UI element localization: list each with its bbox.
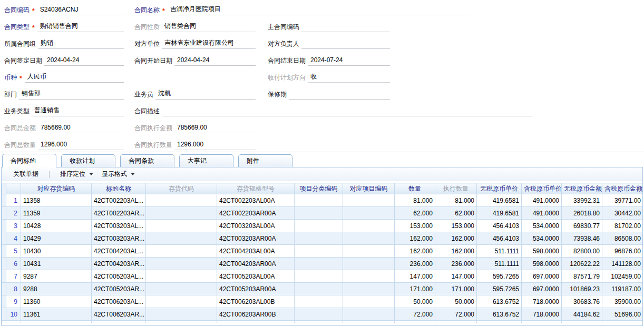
cell-inventory-code[interactable] [146,295,217,308]
cell-project-code[interactable] [343,232,395,245]
cell-inventory-code[interactable] [146,220,217,232]
cell-executed-quantity[interactable]: 162.000 [435,232,477,245]
cell-taxed-amount[interactable]: 81702.00 [602,220,643,232]
cell-project-code[interactable] [343,270,395,283]
cell-untaxed-amount[interactable]: 26018.80 [562,207,602,220]
sort-locate-button[interactable]: 排序定位 [56,169,97,180]
cell-untaxed-amount[interactable]: 73938.46 [562,232,602,245]
tab-contract-items[interactable]: 合同标的 [2,154,56,167]
cell-inventory-spec-model[interactable]: 42CT005203AL00A [217,270,295,283]
cell-item-name[interactable]: 42CT005203AL... [92,270,146,283]
business-type-input[interactable]: 普通销售 [32,106,124,116]
col-header-untaxed-amount[interactable]: 无税原币金额 [562,183,602,194]
cell-item-name[interactable]: 42CT002203AL... [92,194,146,207]
cell-project-class-code[interactable] [295,295,343,308]
cell-executed-quantity[interactable]: 62.000 [435,207,477,220]
cell-inventory-code[interactable] [146,270,217,283]
cell-untaxed-amount[interactable]: 69830.77 [562,220,602,232]
cell-quantity[interactable]: 81.000 [395,194,435,207]
cell-taxed-amount[interactable]: 86508.00 [602,232,643,245]
col-header-item-name[interactable]: 标的名称 [92,183,146,194]
signing-date-input[interactable]: 2024-04-24 [44,56,124,66]
cell-taxed-unit-price[interactable]: 598.0000 [522,258,562,270]
cell-quantity[interactable]: 236.000 [395,258,435,270]
cell-untaxed-unit-price[interactable]: 419.6581 [477,194,522,207]
cell-quantity[interactable]: 72.000 [395,308,435,321]
col-header-quantity[interactable]: 数量 [395,183,435,194]
cell-untaxed-unit-price[interactable]: 595.7265 [477,283,522,295]
cell-project-code[interactable] [343,207,395,220]
cell-taxed-amount[interactable]: 35900.00 [602,295,643,308]
tab-contract-terms[interactable]: 合同条款 [120,154,174,167]
cell-untaxed-unit-price[interactable]: 456.4103 [477,232,522,245]
cell-taxed-amount[interactable]: 39771.00 [602,194,643,207]
cell-taxed-unit-price[interactable]: 491.0000 [522,207,562,220]
cell-project-code[interactable] [343,308,395,321]
cell-project-class-code[interactable] [295,220,343,232]
cell-untaxed-unit-price[interactable]: 511.1111 [477,258,522,270]
cell-executed-quantity[interactable]: 147.000 [435,270,477,283]
row-number[interactable]: 4 [6,232,21,245]
cell-inventory-code[interactable] [146,283,217,295]
cell-project-code[interactable] [343,283,395,295]
cell-corresponding-inventory-code[interactable]: 9288 [21,283,92,295]
end-date-input[interactable]: 2024-07-24 [308,56,390,66]
cell-executed-quantity[interactable]: 81.000 [435,194,477,207]
cell-taxed-unit-price[interactable]: 491.0000 [522,194,562,207]
cell-untaxed-amount[interactable]: 101869.23 [562,283,602,295]
cell-project-code[interactable] [343,245,395,258]
col-header-corresponding-inventory-code[interactable]: 对应存货编码 [21,183,92,194]
cell-executed-quantity[interactable]: 236.000 [435,258,477,270]
cell-item-name[interactable]: 42CT006203AL... [92,295,146,308]
cell-inventory-code[interactable] [146,232,217,245]
counterpart-contact-input[interactable] [301,39,390,49]
row-number[interactable]: 6 [6,258,21,270]
cell-corresponding-inventory-code[interactable]: 10428 [21,220,92,232]
cell-executed-quantity[interactable]: 162.000 [435,245,477,258]
col-header-executed-quantity[interactable]: 执行数量 [435,183,477,194]
contract-description-input[interactable] [162,107,532,116]
contract-group-input[interactable]: 购销 [38,38,124,49]
cell-corresponding-inventory-code[interactable]: 11360 [21,295,92,308]
cell-item-name[interactable]: 42CT006203AR... [92,308,146,321]
cell-taxed-amount[interactable]: 51696.00 [602,308,643,321]
cell-project-code[interactable] [343,220,395,232]
cell-taxed-amount[interactable]: 141128.00 [602,258,643,270]
cell-untaxed-amount[interactable]: 87571.79 [562,270,602,283]
cell-executed-quantity[interactable]: 72.000 [435,308,477,321]
cell-quantity[interactable]: 171.000 [395,283,435,295]
cell-item-name[interactable]: 42CT003203AL... [92,220,146,232]
cell-corresponding-inventory-code[interactable]: 9287 [21,270,92,283]
cell-project-code[interactable] [343,258,395,270]
warranty-period-input[interactable] [289,90,390,100]
cell-project-class-code[interactable] [295,308,343,321]
cell-project-class-code[interactable] [295,270,343,283]
cell-untaxed-amount[interactable]: 82800.00 [562,245,602,258]
row-number[interactable]: 9 [6,295,21,308]
department-input[interactable]: 销售部 [19,89,124,100]
cell-taxed-unit-price[interactable]: 598.0000 [522,245,562,258]
display-format-button[interactable]: 显示格式 [97,169,139,180]
cell-untaxed-amount[interactable]: 30683.76 [562,295,602,308]
cell-taxed-unit-price[interactable]: 718.0000 [522,295,562,308]
cell-quantity[interactable]: 147.000 [395,270,435,283]
cell-inventory-spec-model[interactable]: 42CT006203AR00B [217,308,295,321]
col-header-taxed-unit-price[interactable]: 含税原币单价 [522,183,562,194]
cell-inventory-spec-model[interactable]: 42CT004203AR00A [217,258,295,270]
cell-taxed-amount[interactable]: 96876.00 [602,245,643,258]
cell-corresponding-inventory-code[interactable]: 11359 [21,207,92,220]
cell-untaxed-unit-price[interactable]: 613.6752 [477,308,522,321]
contract-name-input[interactable]: 吉润净月医院项目 [168,5,469,15]
cell-inventory-code[interactable] [146,308,217,321]
cell-untaxed-amount[interactable]: 33992.31 [562,194,602,207]
cell-project-code[interactable] [343,194,395,207]
cell-inventory-code[interactable] [146,207,217,220]
cell-inventory-code[interactable] [146,194,217,207]
cell-inventory-spec-model[interactable]: 42CT003203AL00A [217,220,295,232]
cell-corresponding-inventory-code[interactable]: 10431 [21,258,92,270]
cell-inventory-code[interactable] [146,258,217,270]
contract-code-input[interactable]: S24036ACNJ [37,6,124,15]
cell-executed-quantity[interactable]: 171.000 [435,283,477,295]
cell-taxed-unit-price[interactable]: 697.0000 [522,283,562,295]
cell-quantity[interactable]: 153.000 [395,220,435,232]
